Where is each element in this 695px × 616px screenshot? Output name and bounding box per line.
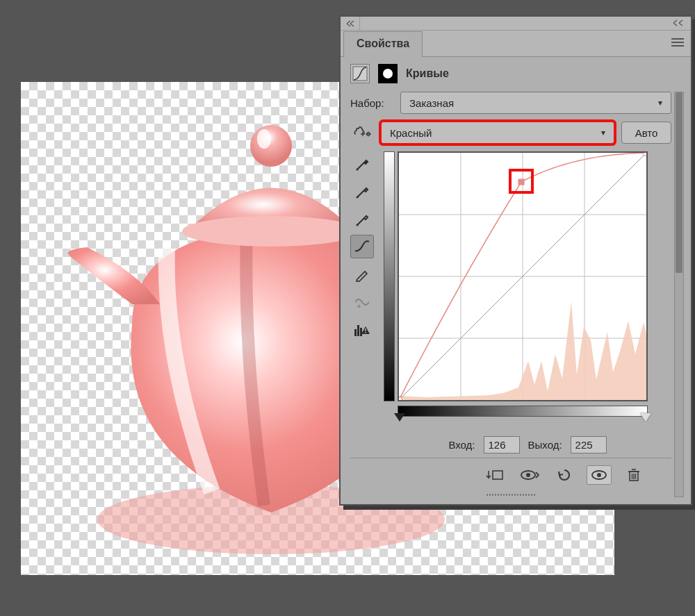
input-label: Вход: bbox=[448, 439, 475, 451]
svg-point-29 bbox=[526, 473, 530, 477]
panel-menu-button[interactable] bbox=[671, 38, 684, 49]
preset-value: Заказная bbox=[409, 97, 454, 109]
panel-scrollbar[interactable] bbox=[674, 92, 684, 497]
svg-rect-13 bbox=[360, 328, 362, 336]
preset-select[interactable]: Заказная ▾ bbox=[400, 92, 671, 114]
svg-point-8 bbox=[357, 169, 359, 171]
white-point-slider[interactable] bbox=[640, 413, 651, 422]
chevron-down-icon: ▾ bbox=[658, 98, 662, 108]
targeted-adjust-icon[interactable] bbox=[350, 121, 374, 144]
svg-rect-25 bbox=[644, 153, 646, 156]
curve-tool-column bbox=[350, 151, 375, 453]
input-value-field[interactable] bbox=[484, 436, 520, 453]
svg-point-10 bbox=[357, 224, 359, 226]
resize-grip[interactable] bbox=[350, 492, 671, 497]
properties-panel: Свойства Кривые Набор: Заказная ▾ bbox=[339, 15, 692, 506]
curves-graph[interactable] bbox=[398, 151, 648, 401]
svg-point-31 bbox=[597, 473, 601, 477]
collapse-panel-button[interactable] bbox=[341, 17, 360, 30]
smooth-icon[interactable] bbox=[350, 290, 374, 314]
auto-button[interactable]: Авто bbox=[621, 122, 671, 144]
curve-edit-icon[interactable] bbox=[350, 235, 374, 258]
eyedropper-white-icon[interactable] bbox=[350, 207, 374, 231]
output-label: Выход: bbox=[528, 439, 562, 451]
expand-chevron-icon[interactable] bbox=[666, 19, 691, 28]
pencil-icon[interactable] bbox=[350, 263, 374, 286]
panel-titlebar bbox=[341, 17, 691, 31]
visibility-icon[interactable] bbox=[587, 465, 612, 485]
panel-footer bbox=[350, 458, 671, 492]
channel-select[interactable]: Красный ▾ bbox=[381, 122, 614, 144]
eyedropper-gray-icon[interactable] bbox=[350, 179, 374, 203]
output-gradient bbox=[384, 151, 395, 401]
svg-rect-15 bbox=[365, 332, 366, 333]
svg-point-2 bbox=[250, 125, 292, 167]
preset-label: Набор: bbox=[350, 97, 393, 109]
svg-point-9 bbox=[357, 197, 359, 199]
reset-icon[interactable] bbox=[552, 465, 577, 485]
svg-rect-14 bbox=[365, 328, 366, 331]
panel-tab-strip: Свойства bbox=[341, 31, 691, 57]
svg-rect-12 bbox=[357, 325, 359, 336]
tab-properties[interactable]: Свойства bbox=[343, 31, 423, 57]
svg-rect-23 bbox=[399, 397, 402, 400]
adjustment-header: Кривые bbox=[341, 57, 691, 88]
black-point-slider[interactable] bbox=[394, 413, 405, 422]
histogram-warn-icon[interactable] bbox=[350, 318, 374, 342]
svg-rect-11 bbox=[354, 329, 357, 336]
clip-to-layer-icon[interactable] bbox=[482, 465, 507, 485]
input-gradient[interactable] bbox=[398, 406, 648, 417]
svg-point-3 bbox=[257, 129, 271, 149]
svg-rect-24 bbox=[518, 179, 524, 185]
channel-value: Красный bbox=[390, 127, 432, 139]
output-value-field[interactable] bbox=[571, 436, 607, 453]
chevron-down-icon: ▾ bbox=[601, 128, 605, 138]
curves-icon bbox=[350, 64, 370, 83]
mask-icon[interactable] bbox=[378, 64, 398, 83]
adjustment-title: Кривые bbox=[406, 67, 449, 80]
svg-rect-27 bbox=[493, 471, 502, 479]
view-previous-icon[interactable] bbox=[517, 465, 542, 485]
eyedropper-black-icon[interactable] bbox=[350, 151, 374, 175]
delete-icon[interactable] bbox=[621, 465, 646, 485]
svg-point-1 bbox=[182, 216, 360, 247]
